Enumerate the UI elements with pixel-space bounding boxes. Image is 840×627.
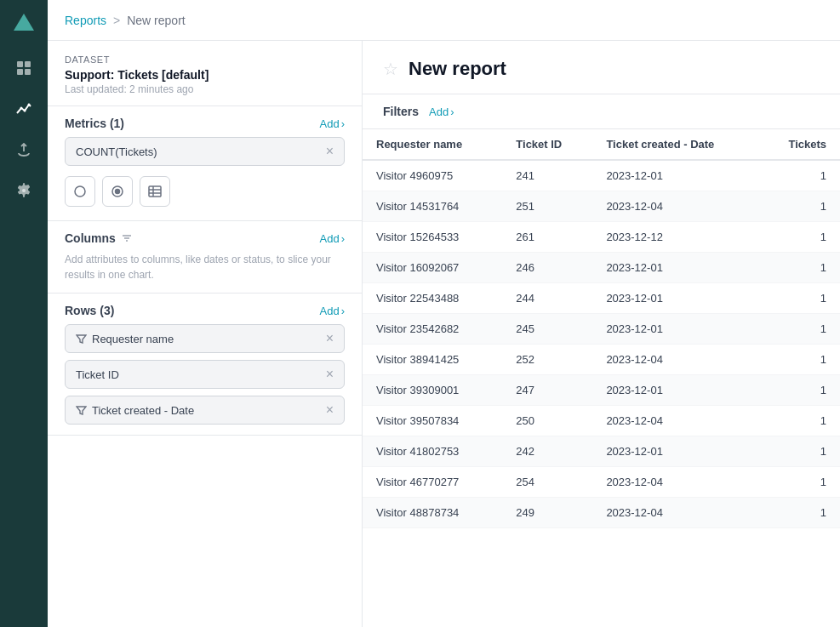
cell-requester: Visitor 14531764 [363, 191, 502, 222]
app-logo[interactable] [10, 10, 37, 37]
metrics-header: Metrics (1) Add › [65, 117, 345, 130]
cell-ticket-id: 261 [502, 222, 592, 253]
content-area: Dataset Support: Tickets [default] Last … [48, 41, 840, 627]
svg-rect-3 [17, 69, 23, 75]
left-navigation [0, 0, 48, 627]
metrics-title: Metrics (1) [65, 117, 124, 130]
rows-header: Rows (3) Add › [65, 304, 345, 317]
svg-point-5 [20, 107, 23, 110]
cell-ticket-id: 254 [502, 467, 592, 498]
cell-tickets: 1 [760, 498, 841, 528]
cell-tickets: 1 [760, 436, 841, 467]
col-header-tickets: Tickets [760, 129, 841, 160]
filter-icon-requester [76, 333, 87, 345]
metric-chip-count-tickets: COUNT(Tickets) × [65, 137, 345, 166]
table-body: Visitor 4960975 241 2023-12-01 1 Visitor… [363, 160, 840, 528]
viz-radio-button[interactable] [102, 176, 133, 207]
table-row: Visitor 41802753 242 2023-12-01 1 [363, 436, 840, 467]
viz-icons [65, 176, 345, 207]
table-header-row: Requester name Ticket ID Ticket created … [363, 129, 840, 160]
breadcrumb-bar: Reports > New report [48, 0, 840, 41]
cell-ticket-id: 241 [502, 160, 592, 191]
cell-ticket-id: 246 [502, 253, 592, 283]
cell-requester: Visitor 15264533 [363, 222, 502, 253]
dataset-updated: Last updated: 2 minutes ago [65, 83, 345, 95]
favorite-star-icon[interactable]: ☆ [383, 59, 398, 79]
table-row: Visitor 16092067 246 2023-12-01 1 [363, 253, 840, 283]
cell-tickets: 1 [760, 375, 841, 406]
nav-icon-settings[interactable] [7, 174, 41, 208]
svg-rect-4 [25, 69, 31, 75]
cell-tickets: 1 [760, 283, 841, 314]
svg-point-8 [75, 186, 85, 197]
row-chip-requester-remove[interactable]: × [326, 332, 334, 345]
cell-date: 2023-12-01 [592, 253, 759, 283]
row-chip-ticket-created: Ticket created - Date × [65, 396, 345, 425]
cell-date: 2023-12-01 [592, 160, 759, 191]
filter-icon-ticket-created [76, 405, 87, 416]
columns-section: Columns Add › Add attributes to columns,… [48, 221, 362, 294]
row-chip-ticket-created-remove[interactable]: × [326, 403, 334, 417]
cell-tickets: 1 [760, 467, 841, 498]
columns-sort-icon [121, 232, 133, 244]
svg-point-6 [24, 110, 26, 112]
cell-ticket-id: 251 [502, 191, 592, 222]
table-row: Visitor 38941425 252 2023-12-04 1 [363, 345, 840, 375]
data-table: Requester name Ticket ID Ticket created … [363, 129, 840, 528]
columns-header: Columns Add › [65, 231, 345, 245]
metric-chip-remove[interactable]: × [326, 145, 334, 158]
cell-requester: Visitor 39507834 [363, 406, 502, 436]
svg-rect-2 [25, 61, 31, 67]
cell-requester: Visitor 23542682 [363, 314, 502, 345]
breadcrumb-reports-link[interactable]: Reports [65, 14, 106, 27]
main-area: Reports > New report Dataset Support: Ti… [48, 0, 840, 627]
metrics-section: Metrics (1) Add › COUNT(Tickets) × [48, 106, 362, 221]
cell-requester: Visitor 46770277 [363, 467, 502, 498]
table-row: Visitor 48878734 249 2023-12-04 1 [363, 498, 840, 528]
dataset-name: Support: Tickets [default] [65, 68, 345, 82]
cell-tickets: 1 [760, 222, 841, 253]
filters-bar: Filters Add › [363, 94, 840, 129]
columns-add-button[interactable]: Add › [320, 232, 345, 245]
left-panel: Dataset Support: Tickets [default] Last … [48, 41, 363, 627]
cell-ticket-id: 244 [502, 283, 592, 314]
cell-date: 2023-12-04 [592, 406, 759, 436]
cell-ticket-id: 247 [502, 375, 592, 406]
dataset-section: Dataset Support: Tickets [default] Last … [48, 41, 362, 106]
cell-date: 2023-12-01 [592, 436, 759, 467]
row-chip-requester-name: Requester name × [65, 324, 345, 353]
data-table-container: Requester name Ticket ID Ticket created … [363, 129, 840, 627]
table-row: Visitor 46770277 254 2023-12-04 1 [363, 467, 840, 498]
cell-date: 2023-12-04 [592, 191, 759, 222]
table-row: Visitor 39507834 250 2023-12-04 1 [363, 406, 840, 436]
col-header-ticket-id: Ticket ID [502, 129, 592, 160]
nav-icon-analytics[interactable] [7, 92, 41, 126]
viz-table-button[interactable] [140, 176, 170, 207]
svg-marker-0 [14, 14, 34, 31]
nav-icon-upload[interactable] [7, 133, 41, 167]
filters-add-button[interactable]: Add › [429, 105, 454, 118]
table-row: Visitor 39309001 247 2023-12-01 1 [363, 375, 840, 406]
report-title: New report [409, 58, 506, 80]
nav-icon-dashboard[interactable] [7, 51, 41, 85]
metrics-add-button[interactable]: Add › [320, 117, 345, 130]
cell-date: 2023-12-01 [592, 314, 759, 345]
cell-tickets: 1 [760, 406, 841, 436]
breadcrumb-current: New report [127, 14, 185, 27]
table-row: Visitor 14531764 251 2023-12-04 1 [363, 191, 840, 222]
cell-requester: Visitor 41802753 [363, 436, 502, 467]
rows-add-button[interactable]: Add › [320, 305, 345, 317]
cell-requester: Visitor 22543488 [363, 283, 502, 314]
cell-tickets: 1 [760, 253, 841, 283]
viz-circle-button[interactable] [65, 176, 95, 207]
dataset-label: Dataset [65, 54, 345, 65]
col-header-ticket-created: Ticket created - Date [592, 129, 759, 160]
columns-hint: Add attributes to columns, like dates or… [65, 252, 345, 282]
row-chip-ticket-id-remove[interactable]: × [326, 368, 334, 381]
cell-ticket-id: 249 [502, 498, 592, 528]
table-row: Visitor 4960975 241 2023-12-01 1 [363, 160, 840, 191]
cell-date: 2023-12-01 [592, 375, 759, 406]
cell-date: 2023-12-04 [592, 345, 759, 375]
cell-date: 2023-12-12 [592, 222, 759, 253]
cell-requester: Visitor 38941425 [363, 345, 502, 375]
